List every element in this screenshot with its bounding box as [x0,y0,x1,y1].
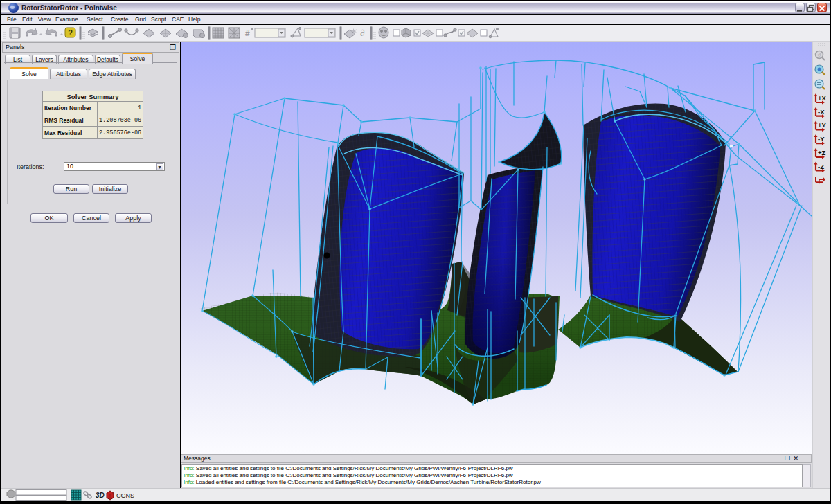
svg-text:+Y: +Y [818,121,827,129]
svg-text:+Z: +Z [818,149,826,156]
svg-text:∂: ∂ [360,28,364,38]
svg-text:+X: +X [818,94,827,102]
svg-text:?: ? [68,28,73,37]
svg-text:3D: 3D [96,492,105,499]
svg-text:-Z: -Z [818,163,824,170]
svg-text:#: # [245,28,250,38]
svg-text:↺: ↺ [817,53,821,57]
svg-text:-X: -X [818,108,825,116]
svg-text:CGNS: CGNS [116,492,134,499]
svg-text:-Y: -Y [818,135,825,143]
